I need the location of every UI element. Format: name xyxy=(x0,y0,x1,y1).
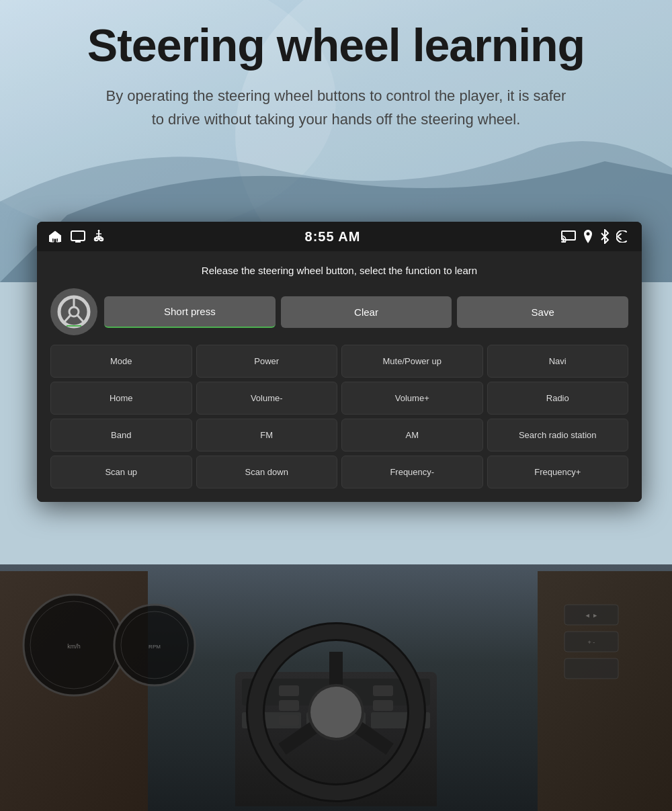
volume-down-button[interactable]: Volume- xyxy=(196,382,338,415)
control-row: Short press Clear Save xyxy=(50,288,628,335)
scan-down-button[interactable]: Scan down xyxy=(196,456,338,488)
svg-text:RPM: RPM xyxy=(149,644,161,650)
svg-rect-16 xyxy=(279,700,299,711)
status-bar: 8:55 AM xyxy=(37,222,642,251)
short-press-button[interactable]: Short press xyxy=(104,296,276,328)
frequency-up-button[interactable]: Frequency+ xyxy=(487,456,629,488)
volume-up-button[interactable]: Volume+ xyxy=(341,382,483,415)
svg-text:km/h: km/h xyxy=(67,643,81,650)
steering-wheel xyxy=(242,618,430,806)
fm-button[interactable]: FM xyxy=(196,419,338,452)
mute-power-button[interactable]: Mute/Power up xyxy=(341,345,483,378)
back-icon[interactable] xyxy=(616,230,631,243)
band-button[interactable]: Band xyxy=(50,419,192,452)
svg-line-44 xyxy=(77,315,83,322)
svg-text:◄ ►: ◄ ► xyxy=(585,612,598,619)
svg-point-37 xyxy=(586,232,589,236)
svg-point-41 xyxy=(69,307,79,316)
cast-icon[interactable] xyxy=(561,230,576,243)
svg-rect-25 xyxy=(71,231,85,241)
status-time: 8:55 AM xyxy=(305,229,361,245)
usb-icon[interactable] xyxy=(93,229,104,244)
svg-rect-22 xyxy=(564,658,618,679)
device-screen: 8:55 AM xyxy=(37,222,642,502)
status-right-icons xyxy=(561,229,631,244)
mode-button[interactable]: Mode xyxy=(50,345,192,378)
instruction-text: Release the steering wheel button, selec… xyxy=(50,263,628,278)
frequency-down-button[interactable]: Frequency- xyxy=(341,456,483,488)
home-icon[interactable] xyxy=(48,230,62,243)
svg-rect-19 xyxy=(373,700,393,711)
svg-rect-18 xyxy=(373,685,393,696)
power-button[interactable]: Power xyxy=(196,345,338,378)
radio-button[interactable]: Radio xyxy=(487,382,629,415)
page-title: Steering wheel learning xyxy=(40,20,632,71)
navi-button[interactable]: Navi xyxy=(487,345,629,378)
home-btn[interactable]: Home xyxy=(50,382,192,415)
am-button[interactable]: AM xyxy=(341,419,483,452)
steering-wheel-icon xyxy=(50,288,97,335)
svg-text:+ -: + - xyxy=(588,639,595,646)
screen-icon[interactable] xyxy=(71,230,85,243)
location-icon[interactable] xyxy=(583,229,593,244)
svg-rect-17 xyxy=(279,715,299,726)
svg-point-14 xyxy=(310,687,362,738)
scan-up-button[interactable]: Scan up xyxy=(50,456,192,488)
screen-content: Release the steering wheel button, selec… xyxy=(37,251,642,502)
save-button[interactable]: Save xyxy=(457,296,628,328)
function-grid: Mode Power Mute/Power up Navi Home Volum… xyxy=(50,345,628,488)
control-buttons: Short press Clear Save xyxy=(104,296,628,328)
subtitle-text: By operating the steering wheel buttons … xyxy=(101,84,571,131)
top-section: Steering wheel learning By operating the… xyxy=(0,0,672,144)
status-left-icons xyxy=(48,229,104,244)
svg-rect-15 xyxy=(279,685,299,696)
svg-line-43 xyxy=(65,315,71,322)
clear-button[interactable]: Clear xyxy=(281,296,452,328)
bluetooth-icon[interactable] xyxy=(600,229,610,244)
search-radio-button[interactable]: Search radio station xyxy=(487,419,629,452)
